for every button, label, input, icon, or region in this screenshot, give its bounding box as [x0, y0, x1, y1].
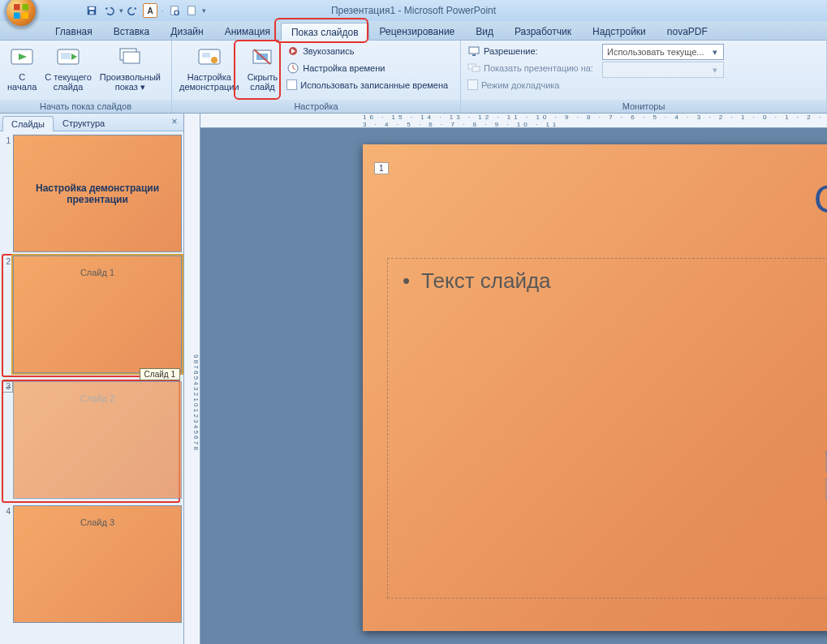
thumb-3-title: Слайд 2 [22, 393, 173, 403]
vertical-ruler: 9 8 7 6 5 4 3 2 1 0 1 2 3 4 5 6 7 8 [184, 114, 200, 644]
svg-point-20 [211, 57, 218, 63]
thumb-2-title: Слайд 1 [22, 268, 173, 277]
tab-review[interactable]: Рецензирование [369, 22, 466, 40]
qat-more-icon[interactable]: ▾ [201, 3, 206, 18]
clock-icon [286, 62, 299, 75]
horizontal-ruler: 16 · 15 · 14 · 13 · 12 · 11 · 10 · 9 · 8… [200, 114, 827, 128]
tab-novapdf[interactable]: novaPDF [657, 22, 718, 40]
slides-pane: Слайды Структура × 1 Настройка демонстра… [0, 114, 184, 644]
font-format-icon[interactable]: A [143, 3, 157, 18]
thumbnails-list: 1 Настройка демонстрации презентации 2 С… [0, 131, 183, 644]
presenter-view-checkbox[interactable]: Режим докладчика [464, 76, 602, 93]
ribbon-tabs: Главная Вставка Дизайн Анимация Показ сл… [0, 21, 827, 41]
slide-canvas[interactable]: 1 Слайд 2 Текст слайда [363, 144, 827, 631]
group-monitors-label: Мониторы [461, 100, 826, 113]
pane-tab-outline[interactable]: Структура [54, 115, 114, 131]
from-beginning-icon [9, 45, 35, 71]
tab-insert[interactable]: Вставка [103, 22, 161, 40]
setup-show-icon [196, 45, 222, 71]
group-setup-label: Настройка [172, 100, 460, 113]
svg-rect-7 [89, 11, 93, 15]
svg-rect-30 [472, 67, 480, 71]
pane-close-icon[interactable]: × [169, 116, 180, 127]
record-narration-label: Звукозапись [303, 46, 354, 56]
from-current-icon [55, 45, 81, 71]
from-current-button[interactable]: С текущего слайда [41, 42, 95, 99]
tab-slideshow[interactable]: Показ слайдов [281, 23, 369, 41]
ribbon-group-start: С начала С текущего слайда Произвольный … [0, 41, 172, 113]
thumb-4-title: Слайд 3 [22, 517, 173, 527]
new-doc-icon[interactable] [184, 3, 199, 18]
quick-access-toolbar: ▾ A · ▾ [80, 3, 211, 18]
thumb-4-number: 4 [2, 505, 13, 623]
office-button[interactable] [5, 0, 37, 28]
record-icon [286, 45, 299, 58]
tab-animation[interactable]: Анимация [214, 22, 281, 40]
from-beginning-label: С начала [7, 72, 37, 92]
svg-rect-10 [188, 6, 196, 15]
monitor-icon [467, 45, 480, 58]
use-timings-label: Использовать записанные времена [300, 80, 448, 90]
custom-show-icon [117, 45, 143, 71]
save-icon[interactable] [84, 3, 99, 18]
qat-dropdown-icon[interactable]: ▾ [118, 3, 123, 18]
thumbnail-4[interactable]: 4 Слайд 3 [2, 505, 182, 623]
thumbnail-1[interactable]: 1 Настройка демонстрации презентации [2, 135, 182, 252]
record-narration-button[interactable]: Звукозапись [283, 42, 451, 59]
tab-addins[interactable]: Надстройки [582, 22, 657, 40]
group-start-label: Начать показ слайдов [0, 100, 171, 113]
thumb-3-number: 3 [2, 381, 13, 393]
slide-workspace: 9 8 7 6 5 4 3 2 1 0 1 2 3 4 5 6 7 8 16 ·… [184, 114, 827, 644]
title-bar: ▾ A · ▾ Презентация1 - Microsoft PowerPo… [0, 0, 827, 21]
thumbnail-2[interactable]: 2 Слайд 1 Слайд 1 [2, 255, 182, 373]
chevron-down-icon: ▾ [709, 47, 721, 58]
ribbon-group-setup: Настройка демонстрации Скрыть слайд Звук… [172, 41, 461, 113]
svg-point-0 [9, 0, 33, 24]
monitor2-icon [467, 62, 480, 75]
qat-sep-icon: · [160, 3, 165, 18]
svg-rect-3 [14, 13, 20, 19]
rehearse-timings-button[interactable]: Настройка времени [283, 59, 451, 76]
setup-show-label: Настройка демонстрации [179, 72, 239, 92]
thumb-2-number: 2 [2, 255, 13, 373]
svg-rect-19 [202, 53, 210, 58]
main-area: Слайды Структура × 1 Настройка демонстра… [0, 114, 827, 644]
vruler-scale: 9 8 7 6 5 4 3 2 1 0 1 2 3 4 5 6 7 8 [184, 128, 200, 644]
tab-home[interactable]: Главная [45, 22, 103, 40]
svg-rect-6 [89, 7, 95, 11]
hide-slide-label: Скрыть слайд [248, 72, 278, 92]
slide-body-placeholder[interactable]: Текст слайда [387, 258, 827, 599]
ribbon: С начала С текущего слайда Произвольный … [0, 41, 827, 114]
show-on-label: Показать презентацию на: [484, 63, 593, 73]
resolution-combo[interactable]: Использовать текуще... ▾ [602, 44, 724, 60]
resolution-row: Разрешение: [464, 42, 602, 59]
resolution-label: Разрешение: [484, 46, 538, 56]
hide-slide-button[interactable]: Скрыть слайд [243, 42, 282, 99]
use-timings-checkbox[interactable]: Использовать записанные времена [283, 76, 451, 93]
from-beginning-button[interactable]: С начала [3, 42, 41, 99]
checkbox2-icon [467, 79, 478, 90]
svg-rect-4 [23, 13, 29, 19]
resolution-combo-value: Использовать текуще... [607, 47, 704, 57]
undo-icon[interactable] [101, 3, 116, 18]
slide-title[interactable]: Слайд 2 [814, 177, 827, 221]
checkbox-icon [286, 79, 297, 90]
tab-developer[interactable]: Разработчик [504, 22, 582, 40]
print-preview-icon[interactable] [167, 3, 182, 18]
slide-stage[interactable]: 1 Слайд 2 Текст слайда [200, 128, 827, 644]
from-current-label: С текущего слайда [45, 72, 91, 92]
thumbnail-3[interactable]: 3 Слайд 2 [2, 381, 182, 499]
redo-icon[interactable] [126, 3, 140, 18]
custom-show-button[interactable]: Произвольный показ ▾ [96, 42, 165, 99]
hide-slide-icon [249, 45, 275, 71]
thumb-1-number: 1 [2, 135, 13, 252]
thumb-1-title: Настройка демонстрации презентации [32, 182, 162, 205]
rehearse-timings-label: Настройка времени [303, 63, 385, 73]
tab-view[interactable]: Вид [465, 22, 504, 40]
setup-show-button[interactable]: Настройка демонстрации [175, 42, 243, 99]
bullet-text[interactable]: Текст слайда [403, 268, 827, 294]
svg-rect-1 [14, 4, 20, 11]
pane-tab-slides[interactable]: Слайды [2, 116, 54, 131]
window-title: Презентация1 - Microsoft PowerPoint [331, 5, 496, 16]
tab-design[interactable]: Дизайн [160, 22, 213, 40]
